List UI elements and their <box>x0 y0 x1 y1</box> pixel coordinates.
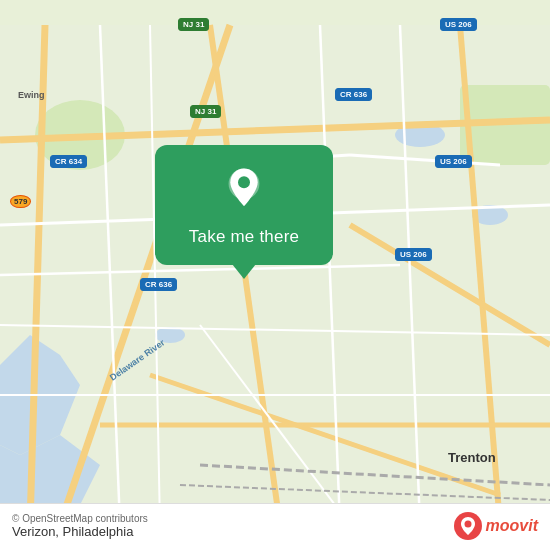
map-container: NJ 31 US 206 CR 634 NJ 31 CR 636 US 206 … <box>0 0 550 550</box>
location-label: Verizon, Philadelphia <box>12 524 148 539</box>
popup-icon-area <box>155 145 333 227</box>
moovit-brand-icon <box>454 512 482 540</box>
moovit-text: moovit <box>486 517 538 535</box>
copyright-text: © OpenStreetMap contributors <box>12 513 148 524</box>
svg-point-5 <box>155 327 185 343</box>
svg-point-32 <box>464 521 471 528</box>
bottom-left: © OpenStreetMap contributors Verizon, Ph… <box>12 513 148 539</box>
popup-card: Take me there <box>155 145 333 265</box>
bottom-bar: © OpenStreetMap contributors Verizon, Ph… <box>0 503 550 550</box>
take-me-there-button[interactable]: Take me there <box>155 227 333 265</box>
map-svg <box>0 0 550 550</box>
svg-point-30 <box>238 176 250 188</box>
location-pin-icon <box>220 165 268 213</box>
moovit-logo: moovit <box>454 512 538 540</box>
popup-arrow <box>232 264 256 279</box>
